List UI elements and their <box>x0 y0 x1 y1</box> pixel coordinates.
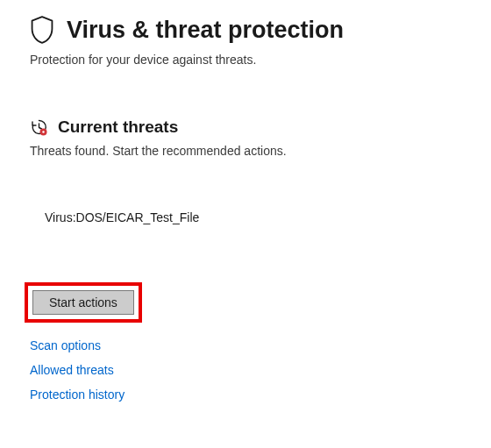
protection-history-link[interactable]: Protection history <box>30 388 125 402</box>
page-subtitle: Protection for your device against threa… <box>30 53 461 67</box>
start-actions-button[interactable]: Start actions <box>32 290 134 315</box>
current-threats-header: Current threats <box>30 117 461 137</box>
scan-options-link[interactable]: Scan options <box>30 338 101 352</box>
current-threats-subtitle: Threats found. Start the recommended act… <box>30 144 461 158</box>
svg-point-1 <box>42 131 44 132</box>
link-list: Scan options Allowed threats Protection … <box>30 338 461 402</box>
current-threats-title: Current threats <box>58 117 178 137</box>
start-actions-highlight: Start actions <box>25 282 142 323</box>
threat-item: Virus:DOS/EICAR_Test_File <box>30 210 461 224</box>
page-title: Virus & threat protection <box>67 17 344 44</box>
threat-history-icon <box>30 118 47 136</box>
allowed-threats-link[interactable]: Allowed threats <box>30 363 114 377</box>
page-header: Virus & threat protection <box>30 16 461 44</box>
shield-icon <box>30 16 54 44</box>
